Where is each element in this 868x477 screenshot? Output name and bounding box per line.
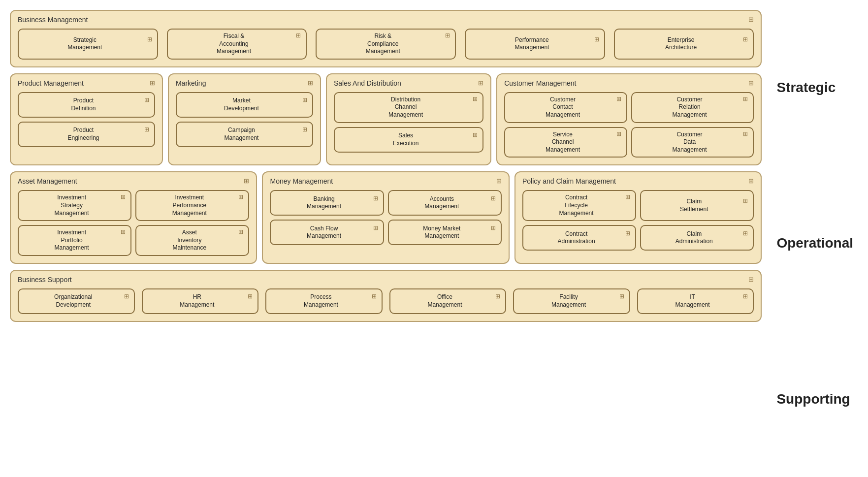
product-items: ProductDefinition ⊞ ProductEngineering ⊞ xyxy=(18,92,155,147)
contract-administration[interactable]: ContractAdministration ⊞ xyxy=(522,225,636,251)
supporting-section: Business Support ⊞ OrganizationalDevelop… xyxy=(10,270,762,322)
leaf-grid-icon: ⊞ xyxy=(743,293,748,299)
operational-row1: Product Management ⊞ ProductDefinition ⊞ xyxy=(10,73,762,166)
money-grid-icon: ⊞ xyxy=(496,177,502,185)
investment-strategy-management[interactable]: InvestmentStrategyManagement ⊞ xyxy=(18,190,131,221)
leaf-grid-icon: ⊞ xyxy=(616,96,621,102)
strategic-item[interactable]: EnterpriseArchitecture ⊞ xyxy=(614,29,754,60)
money-management-box: Money Management ⊞ BankingManagement ⊞ A… xyxy=(262,171,509,264)
strategic-items: StrategicManagement ⊞ Fiscal &Accounting… xyxy=(18,29,754,60)
supporting-title: Business Support ⊞ xyxy=(18,276,754,284)
strategic-item[interactable]: Fiscal &AccountingManagement ⊞ xyxy=(167,29,307,60)
banking-management[interactable]: BankingManagement ⊞ xyxy=(270,190,384,216)
contract-lifecycle-management[interactable]: ContractLifecycleManagement ⊞ xyxy=(522,190,636,221)
side-labels: Strategic Operational Supporting xyxy=(772,10,858,467)
leaf-grid-icon: ⊞ xyxy=(491,195,496,201)
leaf-grid-icon: ⊞ xyxy=(238,229,243,235)
supporting-label-container: Supporting xyxy=(776,391,853,407)
hr-management[interactable]: HRManagement ⊞ xyxy=(142,288,259,314)
service-channel-management[interactable]: ServiceChannelManagement ⊞ xyxy=(504,127,627,158)
leaf-grid-icon: ⊞ xyxy=(594,36,599,42)
strategic-item[interactable]: StrategicManagement ⊞ xyxy=(18,29,158,60)
leaf-grid-icon: ⊞ xyxy=(616,131,621,137)
customer-management-box: Customer Management ⊞ CustomerContactMan… xyxy=(496,73,762,166)
leaf-grid-icon: ⊞ xyxy=(144,127,149,132)
strategic-section: Business Management ⊞ StrategicManagemen… xyxy=(10,10,762,67)
main-content: Business Management ⊞ StrategicManagemen… xyxy=(10,10,762,467)
operational-row2: Asset Management ⊞ InvestmentStrategyMan… xyxy=(10,171,762,264)
sales-execution[interactable]: SalesExecution ⊞ xyxy=(334,127,483,153)
distribution-channel-management[interactable]: DistributionChannelManagement ⊞ xyxy=(334,92,483,123)
customer-grid-icon: ⊞ xyxy=(748,79,754,87)
strategic-title: Business Management ⊞ xyxy=(18,16,754,24)
claim-administration[interactable]: ClaimAdministration ⊞ xyxy=(640,225,754,251)
leaf-grid-icon: ⊞ xyxy=(619,293,624,299)
supporting-items: OrganizationalDevelopment ⊞ HRManagement… xyxy=(18,288,754,314)
leaf-grid-icon: ⊞ xyxy=(373,195,378,201)
customer-items: CustomerContactManagement ⊞ CustomerRela… xyxy=(504,92,754,158)
leaf-grid-icon: ⊞ xyxy=(296,32,301,38)
cash-flow-management[interactable]: Cash FlowManagement ⊞ xyxy=(270,220,384,245)
operational-label: Operational xyxy=(776,235,853,251)
sales-items: DistributionChannelManagement ⊞ SalesExe… xyxy=(334,92,483,153)
policy-claim-title: Policy and Claim Management ⊞ xyxy=(522,177,754,185)
product-engineering[interactable]: ProductEngineering ⊞ xyxy=(18,122,155,147)
leaf-grid-icon: ⊞ xyxy=(743,96,748,102)
asset-management-box: Asset Management ⊞ InvestmentStrategyMan… xyxy=(10,171,257,264)
market-development[interactable]: MarketDevelopment ⊞ xyxy=(176,92,313,118)
product-management-box: Product Management ⊞ ProductDefinition ⊞ xyxy=(10,73,163,166)
investment-portfolio-management[interactable]: InvestmentPortfolioManagement ⊞ xyxy=(18,225,131,256)
strategic-item[interactable]: Risk &ComplianceManagement ⊞ xyxy=(316,29,456,60)
leaf-grid-icon: ⊞ xyxy=(302,127,307,132)
marketing-box: Marketing ⊞ MarketDevelopment ⊞ Campa xyxy=(168,73,321,166)
leaf-grid-icon: ⊞ xyxy=(147,36,152,42)
customer-data-management[interactable]: CustomerDataManagement ⊞ xyxy=(631,127,754,158)
leaf-grid-icon: ⊞ xyxy=(625,230,630,236)
strategic-item[interactable]: PerformanceManagement ⊞ xyxy=(465,29,605,60)
it-management[interactable]: ITManagement ⊞ xyxy=(637,288,754,314)
facility-management[interactable]: FacilityManagement ⊞ xyxy=(513,288,630,314)
policy-items: ContractLifecycleManagement ⊞ ClaimSettl… xyxy=(522,190,754,251)
leaf-grid-icon: ⊞ xyxy=(743,198,748,204)
investment-performance-management[interactable]: InvestmentPerformanceManagement ⊞ xyxy=(135,190,249,221)
leaf-grid-icon: ⊞ xyxy=(144,97,149,103)
sales-grid-icon: ⊞ xyxy=(478,79,483,87)
operational-label-container: Operational xyxy=(776,235,853,251)
money-items: BankingManagement ⊞ AccountsManagement ⊞ xyxy=(270,190,501,245)
customer-management-title: Customer Management ⊞ xyxy=(504,79,754,87)
policy-claim-box: Policy and Claim Management ⊞ ContractLi… xyxy=(514,171,762,264)
marketing-items: MarketDevelopment ⊞ CampaignManagement ⊞ xyxy=(176,92,313,147)
office-management[interactable]: OfficeManagement ⊞ xyxy=(389,288,507,314)
customer-contact-management[interactable]: CustomerContactManagement ⊞ xyxy=(504,92,627,123)
customer-relation-management[interactable]: CustomerRelationManagement ⊞ xyxy=(631,92,754,123)
asset-inventory-maintenance[interactable]: AssetInventoryMaintenance ⊞ xyxy=(135,225,249,256)
strategic-title-text: Business Management xyxy=(18,16,88,24)
campaign-management[interactable]: CampaignManagement ⊞ xyxy=(176,122,313,147)
leaf-grid-icon: ⊞ xyxy=(372,293,377,299)
leaf-grid-icon: ⊞ xyxy=(491,225,496,231)
leaf-grid-icon: ⊞ xyxy=(121,229,126,235)
leaf-grid-icon: ⊞ xyxy=(743,36,748,42)
marketing-title: Marketing ⊞ xyxy=(176,79,313,87)
accounts-management[interactable]: AccountsManagement ⊞ xyxy=(388,190,502,216)
asset-items: InvestmentStrategyManagement ⊞ Investmen… xyxy=(18,190,249,256)
money-market-management[interactable]: Money MarketManagement ⊞ xyxy=(388,220,502,245)
product-definition[interactable]: ProductDefinition ⊞ xyxy=(18,92,155,118)
leaf-grid-icon: ⊞ xyxy=(743,230,748,236)
strategic-grid-icon: ⊞ xyxy=(748,16,754,23)
marketing-grid-icon: ⊞ xyxy=(308,79,313,87)
organizational-development[interactable]: OrganizationalDevelopment ⊞ xyxy=(18,288,135,314)
asset-management-title: Asset Management ⊞ xyxy=(18,177,249,185)
leaf-grid-icon: ⊞ xyxy=(248,293,253,299)
leaf-grid-icon: ⊞ xyxy=(302,97,307,103)
leaf-grid-icon: ⊞ xyxy=(473,96,478,102)
leaf-grid-icon: ⊞ xyxy=(473,132,478,138)
policy-grid-icon: ⊞ xyxy=(748,177,754,185)
product-grid-icon: ⊞ xyxy=(150,79,155,87)
process-management[interactable]: ProcessManagement ⊞ xyxy=(265,288,383,314)
strategic-label: Strategic xyxy=(776,80,836,95)
leaf-grid-icon: ⊞ xyxy=(743,131,748,137)
sales-distribution-box: Sales And Distribution ⊞ DistributionCha… xyxy=(326,73,491,166)
leaf-grid-icon: ⊞ xyxy=(625,194,630,200)
claim-settlement[interactable]: ClaimSettlement ⊞ xyxy=(640,190,754,221)
